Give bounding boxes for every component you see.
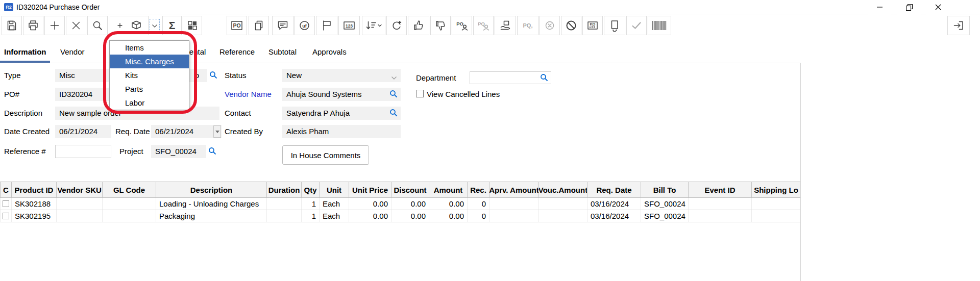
row-checkbox[interactable] <box>3 213 9 219</box>
department-search-icon[interactable] <box>540 73 548 82</box>
pq-button[interactable]: PQ, <box>517 16 538 35</box>
column-header[interactable]: C <box>1 182 12 197</box>
restore-button[interactable] <box>897 0 921 14</box>
table-cell[interactable]: 0.00 <box>429 198 468 210</box>
column-header[interactable]: Unit <box>320 182 349 197</box>
row-checkbox[interactable] <box>3 200 9 207</box>
add-button[interactable] <box>44 16 65 35</box>
po-user-button[interactable]: PO <box>452 16 472 35</box>
user-fields-button[interactable]: uf <box>295 16 315 35</box>
sum-button[interactable]: Σ <box>162 16 182 35</box>
menu-item-kits[interactable]: Kits <box>110 68 189 82</box>
column-header[interactable]: Discount <box>391 182 429 197</box>
status-chevron-icon[interactable] <box>391 73 399 81</box>
tab-reference[interactable]: Reference <box>215 43 259 63</box>
created-by-input[interactable]: Alexis Pham <box>282 125 401 138</box>
table-row[interactable]: SK302195Packaging1Each0.000.000.00003/16… <box>0 210 800 222</box>
column-header[interactable]: Rec. <box>468 182 489 197</box>
table-cell[interactable] <box>752 210 800 222</box>
table-cell[interactable]: SK302188 <box>12 198 57 210</box>
table-cell[interactable] <box>752 198 800 210</box>
table-cell[interactable] <box>689 210 752 222</box>
table-cell[interactable]: Packaging <box>156 210 267 222</box>
menu-item-misc-charges[interactable]: Misc. Charges <box>110 55 189 68</box>
project-search-icon[interactable] <box>208 147 216 155</box>
table-cell[interactable]: Each <box>320 198 349 210</box>
project-input[interactable]: SFO_00024 <box>151 145 206 158</box>
table-cell[interactable] <box>539 210 587 222</box>
refresh-button[interactable] <box>386 16 407 35</box>
table-cell[interactable]: 0.00 <box>391 198 429 210</box>
menu-item-labor[interactable]: Labor <box>110 96 189 110</box>
approve-button[interactable] <box>408 16 429 35</box>
vendor-name-input[interactable]: Ahuja Sound Systems <box>282 88 401 101</box>
vendor-search-icon[interactable] <box>389 90 398 98</box>
table-cell[interactable] <box>489 198 539 210</box>
column-header[interactable]: Shipping Lo <box>752 182 800 197</box>
table-cell[interactable]: SK302195 <box>12 210 57 222</box>
contact-input[interactable]: Satyendra P Ahuja <box>282 107 401 120</box>
tab-vendor[interactable]: Vendor <box>56 43 89 63</box>
table-cell[interactable] <box>57 198 103 210</box>
table-cell[interactable]: SFO_00024 <box>641 210 689 222</box>
print-button[interactable] <box>23 16 43 35</box>
column-header[interactable]: Duration <box>267 182 302 197</box>
add-item-dropdown-button[interactable] <box>150 19 160 33</box>
close-button[interactable] <box>926 0 950 14</box>
req-date-dropdown-button[interactable] <box>213 125 221 138</box>
table-cell[interactable]: SFO_00024 <box>641 198 689 210</box>
reference-input[interactable] <box>55 145 111 158</box>
flag-button[interactable] <box>316 16 337 35</box>
table-cell[interactable] <box>103 198 156 210</box>
column-header[interactable]: Bill To <box>641 182 689 197</box>
column-header[interactable]: Vouc.Amount <box>539 182 587 197</box>
numbers-button[interactable]: 123 <box>338 16 360 35</box>
copy-refresh-button[interactable] <box>604 16 625 35</box>
table-row[interactable]: SK302188Loading - Unloading Charges1Each… <box>0 198 800 210</box>
date-created-input[interactable]: 06/21/2024 <box>55 125 111 138</box>
reject-button[interactable] <box>430 16 451 35</box>
search-button[interactable] <box>87 16 108 35</box>
void-button[interactable] <box>561 16 581 35</box>
table-cell[interactable]: 0.00 <box>349 210 391 222</box>
table-cell[interactable]: 0.00 <box>429 210 468 222</box>
confirm-button[interactable] <box>626 16 647 35</box>
po-button[interactable]: PO <box>227 16 247 35</box>
table-cell[interactable]: 1 <box>302 198 320 210</box>
table-cell[interactable] <box>1 198 12 210</box>
column-header[interactable]: Aprv. Amount <box>489 182 539 197</box>
column-header[interactable]: Req. Date <box>587 182 641 197</box>
type-input[interactable]: Misc <box>55 69 112 82</box>
table-cell[interactable] <box>539 198 587 210</box>
delete-button[interactable] <box>66 16 86 35</box>
table-cell[interactable]: 0.00 <box>391 210 429 222</box>
table-cell[interactable]: 03/16/2024 <box>587 198 641 210</box>
table-cell[interactable]: 0.00 <box>349 198 391 210</box>
vendor-name-label[interactable]: Vendor Name <box>225 90 272 98</box>
grid-view-button[interactable] <box>183 16 202 35</box>
tab-approvals[interactable]: Approvals <box>308 43 351 63</box>
hidden-field-search-icon[interactable] <box>209 71 217 79</box>
contact-search-icon[interactable] <box>389 109 398 117</box>
column-header[interactable]: GL Code <box>103 182 156 197</box>
minimize-button[interactable] <box>868 0 891 14</box>
in-house-comments-button[interactable]: In House Comments <box>282 145 369 165</box>
table-cell[interactable] <box>1 210 12 222</box>
table-cell[interactable] <box>489 210 539 222</box>
menu-item-items[interactable]: Items <box>110 41 189 55</box>
table-cell[interactable] <box>689 198 752 210</box>
column-header[interactable]: Description <box>156 182 267 197</box>
column-header[interactable]: Amount <box>429 182 468 197</box>
tab-subtotal[interactable]: Subtotal <box>264 43 301 63</box>
req-date-input[interactable]: 06/21/2024 <box>151 125 222 138</box>
exit-button[interactable] <box>947 16 970 35</box>
receive-button[interactable] <box>495 16 516 35</box>
column-header[interactable]: Vendor SKU <box>57 182 103 197</box>
table-cell[interactable] <box>103 210 156 222</box>
column-header[interactable]: Product ID <box>12 182 57 197</box>
table-cell[interactable]: 0 <box>468 198 489 210</box>
table-cell[interactable] <box>57 210 103 222</box>
status-input[interactable]: New <box>282 69 401 82</box>
column-header[interactable]: Unit Price <box>349 182 391 197</box>
department-input[interactable] <box>470 71 551 84</box>
